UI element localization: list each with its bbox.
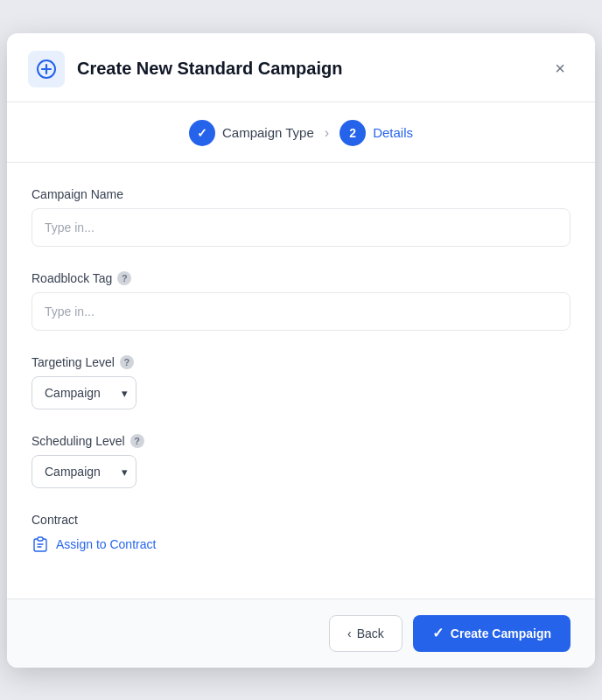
scheduling-level-select-wrapper: Campaign Line Item Ad Unit ▾ [32,455,136,488]
roadblock-tag-group: Roadblock Tag ? [32,271,570,331]
step-2: 2 Details [340,120,413,146]
roadblock-tag-label: Roadblock Tag ? [32,271,570,285]
back-arrow-icon: ‹ [347,626,352,640]
create-campaign-button[interactable]: ✓ Create Campaign [413,615,570,652]
targeting-level-select-wrapper: Campaign Line Item Ad Unit ▾ [32,376,136,410]
modal-overlay: Create New Standard Campaign × ✓ Campaig… [0,0,602,700]
scheduling-level-group: Scheduling Level ? Campaign Line Item Ad… [32,434,570,488]
create-campaign-label: Create Campaign [451,626,551,640]
campaign-name-group: Campaign Name [32,187,570,247]
step1-symbol: ✓ [197,126,207,140]
step2-label: Details [373,125,413,140]
plus-icon [36,59,57,80]
stepper: ✓ Campaign Type › 2 Details [7,102,595,163]
contract-group: Contract Assign to Contract [32,513,570,553]
scheduling-level-label: Scheduling Level ? [32,434,570,448]
step-1: ✓ Campaign Type [189,120,314,146]
step1-label: Campaign Type [222,125,314,140]
modal-header: Create New Standard Campaign × [7,33,595,102]
create-check-icon: ✓ [432,625,444,641]
assign-to-contract-label: Assign to Contract [56,537,156,551]
roadblock-tag-input[interactable] [32,292,570,331]
step2-number: 2 [349,126,356,140]
targeting-level-group: Targeting Level ? Campaign Line Item Ad … [32,355,570,410]
targeting-level-label: Targeting Level ? [32,355,570,369]
campaign-name-label: Campaign Name [32,187,570,201]
targeting-level-select[interactable]: Campaign Line Item Ad Unit [32,376,136,410]
scheduling-level-select[interactable]: Campaign Line Item Ad Unit [32,455,136,488]
modal-dialog: Create New Standard Campaign × ✓ Campaig… [7,33,595,668]
step1-circle: ✓ [189,120,215,146]
step2-circle: 2 [340,120,366,146]
roadblock-tag-help-icon[interactable]: ? [117,271,131,285]
campaign-name-input[interactable] [32,208,570,247]
back-button-label: Back [357,626,384,640]
stepper-chevron: › [325,125,329,141]
assign-to-contract-button[interactable]: Assign to Contract [32,536,570,553]
scheduling-level-help-icon[interactable]: ? [130,434,144,448]
modal-footer: ‹ Back ✓ Create Campaign [7,598,595,668]
back-button[interactable]: ‹ Back [329,615,402,652]
modal-title: Create New Standard Campaign [77,59,546,79]
modal-body: Campaign Name Roadblock Tag ? Targeting … [7,163,595,598]
targeting-level-help-icon[interactable]: ? [120,355,134,369]
assign-contract-icon [32,536,49,553]
contract-label: Contract [32,513,570,527]
modal-close-button[interactable]: × [546,55,574,83]
modal-header-icon [28,51,65,88]
